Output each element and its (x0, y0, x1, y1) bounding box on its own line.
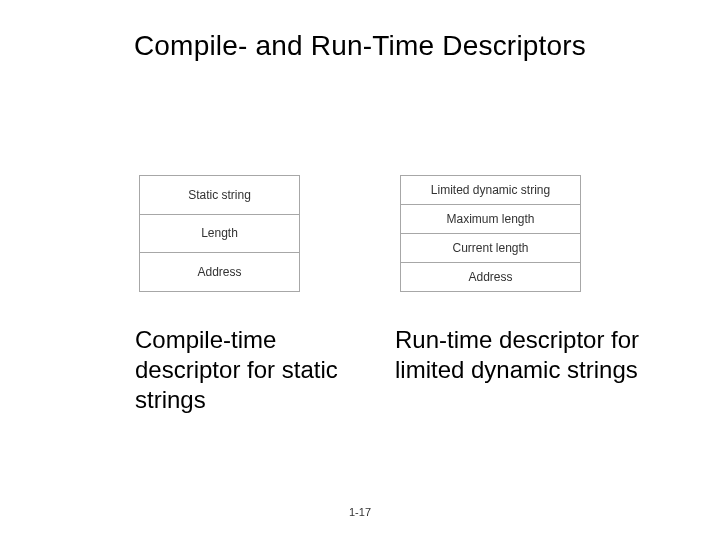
page-number: 1-17 (0, 506, 720, 518)
table-cell: Limited dynamic string (401, 176, 581, 205)
compile-time-descriptor-table: Static string Length Address (139, 175, 300, 292)
table-cell: Address (401, 263, 581, 292)
caption-right: Run-time descriptor for limited dynamic … (395, 325, 645, 385)
figures-row: Static string Length Address Limited dyn… (0, 175, 720, 292)
table-cell: Current length (401, 234, 581, 263)
table-cell: Address (140, 253, 300, 292)
caption-left: Compile-time descriptor for static strin… (135, 325, 365, 415)
slide: Compile- and Run-Time Descriptors Static… (0, 0, 720, 540)
table-cell: Static string (140, 176, 300, 215)
run-time-descriptor-table: Limited dynamic string Maximum length Cu… (400, 175, 581, 292)
slide-title: Compile- and Run-Time Descriptors (0, 30, 720, 62)
table-cell: Length (140, 214, 300, 253)
table-cell: Maximum length (401, 205, 581, 234)
